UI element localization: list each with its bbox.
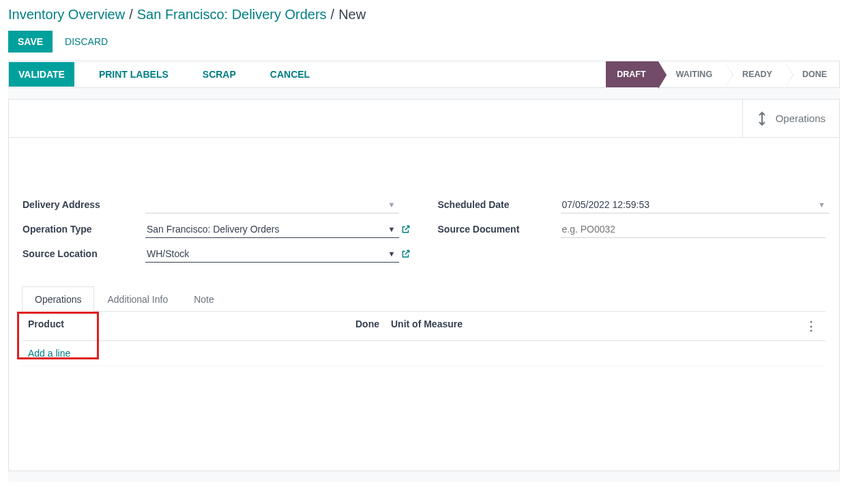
breadcrumb-current: New — [338, 7, 366, 23]
discard-button[interactable]: DISCARD — [65, 31, 108, 53]
breadcrumb-root[interactable]: Inventory Overview — [8, 7, 125, 23]
source-location-field[interactable] — [145, 246, 399, 263]
breadcrumb-sep: / — [129, 7, 133, 23]
label-source-document: Source Document — [438, 224, 561, 235]
kebab-menu-icon[interactable]: ⋮ — [802, 318, 820, 333]
save-button[interactable]: SAVE — [8, 31, 53, 53]
label-scheduled-date: Scheduled Date — [438, 199, 561, 210]
col-done: Done — [355, 318, 391, 333]
updown-arrow-icon — [757, 111, 767, 126]
delivery-address-field[interactable] — [145, 196, 399, 213]
external-link-icon[interactable] — [401, 249, 411, 258]
breadcrumb-middle[interactable]: San Francisco: Delivery Orders — [137, 7, 327, 23]
breadcrumb-sep: / — [331, 7, 335, 23]
tab-additional-info[interactable]: Additional Info — [94, 286, 181, 312]
status-ready[interactable]: READY — [725, 61, 785, 87]
tab-note[interactable]: Note — [181, 286, 227, 312]
scrap-button[interactable]: SCRAP — [193, 62, 246, 87]
operation-type-field[interactable] — [145, 221, 399, 238]
operations-stat-label: Operations — [776, 113, 825, 124]
status-pipeline: DRAFT WAITING READY DONE — [606, 61, 839, 87]
col-product: Product — [28, 318, 355, 333]
form-sheet: Operations Delivery Address ▼ — [8, 99, 840, 471]
print-labels-button[interactable]: PRINT LABELS — [89, 62, 178, 87]
status-waiting[interactable]: WAITING — [658, 61, 725, 87]
label-source-location: Source Location — [23, 248, 145, 259]
breadcrumb: Inventory Overview / San Francisco: Deli… — [8, 0, 840, 27]
col-uom: Unit of Measure — [391, 318, 802, 333]
external-link-icon[interactable] — [401, 224, 411, 234]
label-delivery-address: Delivery Address — [23, 199, 145, 210]
operations-stat-button[interactable]: Operations — [742, 100, 839, 137]
source-document-field[interactable] — [561, 221, 826, 238]
operations-grid-body: Add a line — [23, 341, 825, 457]
status-draft[interactable]: DRAFT — [606, 61, 658, 87]
label-operation-type: Operation Type — [23, 224, 145, 235]
cancel-button[interactable]: CANCEL — [261, 62, 319, 87]
tab-operations[interactable]: Operations — [22, 286, 94, 312]
validate-button[interactable]: VALIDATE — [9, 62, 74, 87]
scheduled-date-field[interactable] — [561, 196, 830, 213]
tabbar: Operations Additional Info Note — [22, 286, 825, 312]
add-a-line[interactable]: Add a line — [23, 341, 825, 366]
